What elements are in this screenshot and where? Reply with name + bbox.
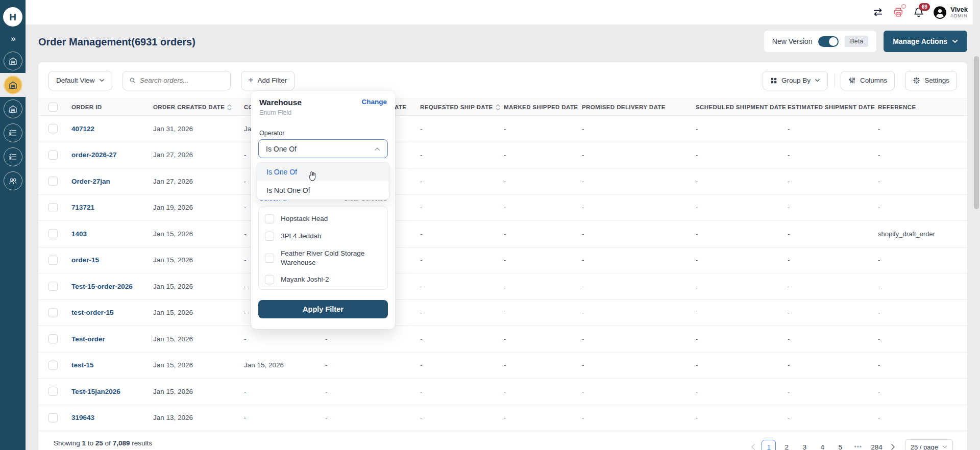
warehouse-option[interactable]: 3PL4 Jeddah: [259, 228, 387, 245]
row-checkbox[interactable]: [48, 203, 58, 212]
row-checkbox[interactable]: [48, 151, 58, 160]
order-id-link[interactable]: 1403: [71, 221, 153, 247]
bell-icon[interactable]: 69: [913, 6, 925, 18]
page-button-2[interactable]: 2: [779, 440, 794, 450]
order-id-link[interactable]: Order-27jan: [71, 168, 153, 195]
page-button-1[interactable]: 1: [762, 440, 776, 450]
settings-button[interactable]: Settings: [905, 71, 957, 90]
order-id-link[interactable]: test-15: [71, 352, 153, 379]
vertical-scrollbar[interactable]: [973, 24, 980, 450]
warehouse-option[interactable]: Mayank Joshi-2: [259, 271, 387, 288]
cell-created: Jan 15, 2026: [153, 273, 244, 300]
row-checkbox[interactable]: [48, 308, 58, 317]
table-row: test-15Jan 15, 2026Jan 15, 2026-------: [38, 352, 967, 379]
warehouse-option[interactable]: Hopstack Head: [259, 210, 387, 228]
page-size-select[interactable]: 25 / page: [905, 439, 953, 450]
operator-option[interactable]: Is One Of: [257, 163, 389, 181]
toolbar: Default View + Add Filter Group By: [38, 62, 967, 98]
cell-created: Jan 15, 2026: [153, 379, 244, 405]
table-row: order-15Jan 15, 2026-------: [38, 247, 967, 273]
order-id-link[interactable]: order-15: [71, 247, 153, 273]
cell-scheduled: -: [696, 273, 788, 300]
page-button-5[interactable]: 5: [833, 440, 847, 450]
page-ellipsis[interactable]: •••: [851, 440, 865, 450]
sidebar-item-3[interactable]: [0, 97, 26, 121]
manage-actions-button[interactable]: Manage Actions: [884, 31, 967, 52]
table-row: 319643Jan 13, 2026--------: [38, 405, 967, 431]
filter-field-name: Warehouse: [259, 98, 302, 107]
printer-icon[interactable]: [892, 6, 904, 18]
user-menu[interactable]: Vivek ADMIN: [933, 6, 968, 19]
order-id-link[interactable]: 407122: [71, 116, 153, 142]
apply-filter-button[interactable]: Apply Filter: [258, 300, 388, 318]
scrollbar-thumb[interactable]: [974, 56, 979, 209]
plus-icon: +: [249, 75, 254, 85]
logo-letter: H: [9, 12, 16, 22]
column-header-scheduled: SCHEDULED SHIPMENT DATE: [696, 99, 788, 116]
table-row: 1403Jan 15, 2026------shopify_draft_orde…: [38, 221, 967, 247]
order-id-link[interactable]: Test-15jan2026: [71, 379, 153, 405]
sort-icon[interactable]: [496, 104, 500, 111]
operator-option[interactable]: Is Not One Of: [257, 181, 389, 199]
group-by-button[interactable]: Group By: [763, 71, 828, 90]
view-selector-button[interactable]: Default View: [48, 71, 112, 90]
users-icon: [4, 171, 22, 190]
cell-created: Jan 15, 2026: [153, 352, 244, 379]
order-id-link[interactable]: 319643: [71, 405, 153, 431]
order-id-link[interactable]: Test-15-order-2026: [71, 273, 153, 300]
warehouse-option[interactable]: Feather River Cold Storage Warehouse: [259, 245, 387, 271]
sidebar-item-5[interactable]: [0, 145, 26, 169]
change-field-link[interactable]: Change: [361, 98, 387, 106]
column-header-requested[interactable]: REQUESTED SHIP DATE: [420, 99, 504, 116]
page-button-3[interactable]: 3: [797, 440, 812, 450]
row-checkbox[interactable]: [48, 282, 58, 291]
sidebar-item-2[interactable]: [0, 73, 26, 97]
cell-promised: -: [582, 379, 696, 405]
sidebar-expand-button[interactable]: »: [0, 34, 26, 44]
row-checkbox[interactable]: [48, 387, 58, 396]
option-checkbox[interactable]: [265, 254, 274, 263]
hopstack-logo[interactable]: H: [3, 7, 22, 27]
cell-created: Jan 15, 2026: [153, 221, 244, 247]
order-id-link[interactable]: order-2026-27: [71, 142, 153, 168]
sidebar-item-4[interactable]: [0, 121, 26, 145]
row-checkbox[interactable]: [48, 361, 58, 370]
row-checkbox[interactable]: [48, 177, 58, 186]
add-filter-button[interactable]: + Add Filter: [241, 71, 295, 90]
cell-created: Jan 27, 2026: [153, 168, 244, 195]
grid-icon: [770, 77, 777, 84]
order-id-link[interactable]: test-order-15: [71, 299, 153, 326]
sort-icon[interactable]: [227, 104, 232, 111]
operator-select[interactable]: Is One Of: [258, 139, 388, 158]
table-row: Test-15jan2026Jan 15, 2026--------: [38, 379, 967, 405]
row-checkbox[interactable]: [48, 124, 58, 133]
option-checkbox[interactable]: [265, 232, 274, 241]
columns-button[interactable]: Columns: [841, 71, 895, 90]
checklist-icon: [4, 147, 22, 166]
page-title: Order Management(6931 orders): [38, 36, 195, 48]
order-id-link[interactable]: 713721: [71, 194, 153, 221]
row-checkbox[interactable]: [48, 413, 58, 422]
sidebar-item-6[interactable]: [0, 169, 26, 193]
page-button-4[interactable]: 4: [815, 440, 829, 450]
column-header-estimated: ESTIMATED SHIPMENT DATE: [788, 99, 878, 116]
cell-c5: -: [325, 352, 420, 379]
search-input[interactable]: [140, 77, 224, 84]
order-id-link[interactable]: Test-order: [71, 326, 153, 353]
column-header-created[interactable]: ORDER CREATED DATE: [153, 99, 244, 116]
cell-promised: -: [582, 116, 696, 142]
row-checkbox[interactable]: [48, 256, 58, 265]
option-checkbox[interactable]: [265, 275, 274, 284]
checklist-icon: [4, 123, 22, 142]
new-version-toggle[interactable]: [818, 36, 839, 47]
swap-arrows-icon[interactable]: [872, 6, 884, 18]
select-all-checkbox[interactable]: [48, 103, 58, 112]
prev-page-button[interactable]: [748, 440, 758, 450]
row-checkbox[interactable]: [48, 334, 58, 343]
option-checkbox[interactable]: [265, 214, 274, 223]
sidebar-item-1[interactable]: [0, 49, 26, 73]
page-button-284[interactable]: 284: [869, 440, 885, 450]
row-checkbox[interactable]: [48, 229, 58, 238]
cell-reference: -: [878, 116, 967, 142]
next-page-button[interactable]: [888, 440, 898, 450]
